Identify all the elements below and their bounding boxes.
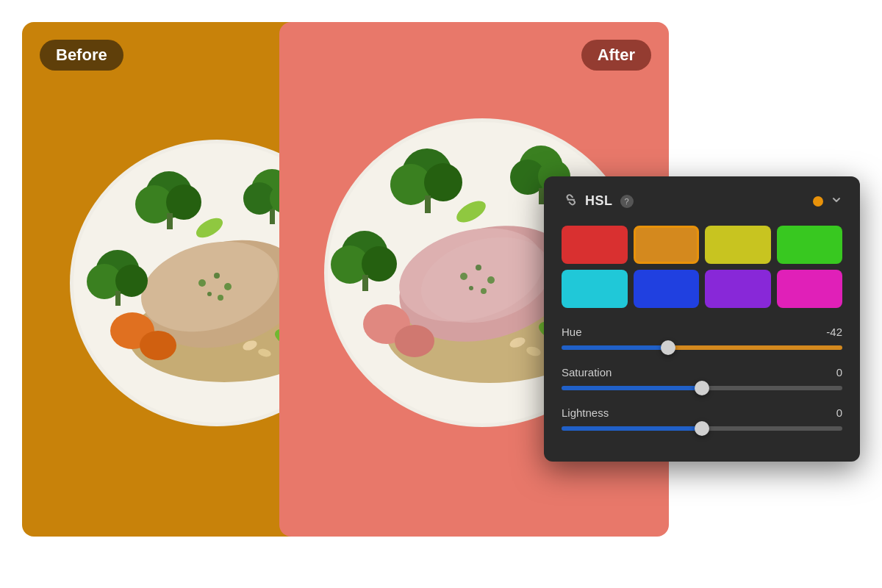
svg-point-41: [481, 288, 487, 294]
svg-rect-47: [425, 196, 431, 213]
lightness-thumb[interactable]: [695, 421, 709, 436]
saturation-value: 0: [836, 366, 842, 379]
panel-header-right: [813, 194, 842, 209]
svg-point-8: [207, 292, 212, 296]
orange-dot-indicator: [813, 196, 823, 207]
saturation-label: Saturation: [562, 366, 612, 379]
svg-rect-55: [362, 275, 368, 291]
hue-slider-group: Hue -42: [562, 326, 842, 350]
svg-point-7: [224, 283, 232, 290]
svg-point-6: [214, 273, 220, 279]
svg-point-43: [395, 325, 434, 357]
svg-point-40: [469, 286, 473, 290]
swatch-yellow[interactable]: [705, 226, 771, 264]
saturation-track[interactable]: [562, 386, 842, 390]
svg-point-11: [140, 331, 176, 360]
chevron-down-icon[interactable]: [831, 194, 842, 209]
svg-rect-23: [115, 291, 121, 306]
svg-rect-19: [270, 209, 275, 224]
swatch-red[interactable]: [562, 226, 628, 264]
swatch-cyan[interactable]: [562, 270, 628, 308]
help-icon[interactable]: ?: [620, 195, 634, 208]
hsl-panel: HSL ?: [544, 176, 860, 462]
lightness-slider-group: Lightness 0: [562, 406, 842, 431]
scene: Before: [0, 0, 882, 588]
svg-point-9: [218, 295, 223, 301]
swatch-green[interactable]: [777, 226, 843, 264]
hue-label: Hue: [562, 326, 582, 338]
hue-thumb[interactable]: [661, 340, 675, 355]
panel-header-left: HSL ?: [562, 191, 634, 211]
saturation-slider-group: Saturation 0: [562, 366, 842, 390]
svg-point-39: [487, 276, 495, 284]
lightness-label: Lightness: [562, 406, 609, 419]
swatch-magenta[interactable]: [777, 270, 843, 308]
svg-rect-15: [167, 213, 173, 229]
svg-point-38: [476, 265, 481, 270]
before-label: Before: [40, 40, 123, 71]
lightness-track[interactable]: [562, 426, 842, 431]
hsl-title: HSL: [585, 193, 613, 209]
swatch-orange[interactable]: [634, 226, 700, 264]
panel-header: HSL ?: [562, 191, 842, 211]
hue-value: -42: [826, 326, 842, 338]
svg-rect-51: [539, 188, 544, 204]
hue-track[interactable]: [562, 345, 842, 350]
color-swatches: [562, 226, 842, 308]
svg-point-5: [198, 279, 206, 287]
after-label: After: [581, 40, 651, 71]
lightness-value: 0: [836, 406, 842, 419]
svg-point-37: [460, 273, 467, 280]
link-icon: [557, 188, 583, 214]
swatch-blue[interactable]: [634, 270, 700, 308]
saturation-slider-header: Saturation 0: [562, 366, 842, 379]
hue-slider-header: Hue -42: [562, 326, 842, 338]
swatch-purple[interactable]: [705, 270, 771, 308]
lightness-slider-header: Lightness 0: [562, 406, 842, 419]
saturation-thumb[interactable]: [695, 381, 709, 395]
